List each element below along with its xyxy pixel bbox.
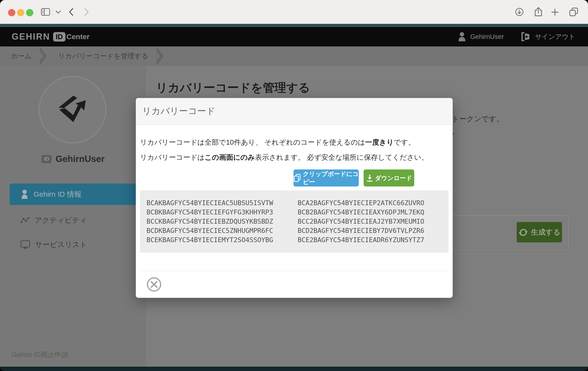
breadcrumb-home[interactable]: ホーム xyxy=(0,46,40,66)
gehirn-id-decommission-link[interactable]: Gehirn ID廃止申請 xyxy=(12,350,68,359)
modal-title: リカバリーコード xyxy=(142,105,215,117)
recovery-code: BCDKBAGFYC54BYIECIEC5ZNHUGMPR6FC xyxy=(140,226,294,235)
breadcrumb-arrow-icon xyxy=(40,46,47,66)
new-tab-icon[interactable] xyxy=(551,8,559,16)
logo-id-badge: ID xyxy=(53,32,65,41)
recovery-code: BCA2BAGFYC54BYIECIEP2ATKC66ZUVRO xyxy=(294,198,449,208)
sidebar-toggle-icon[interactable] xyxy=(41,8,50,16)
modal-paragraph-2: リカバリーコードはこの画面にのみ表示されます。 必ず安全な場所に保存してください… xyxy=(140,152,449,162)
modal-button-row: クリップボードにコピー ダウンロード xyxy=(140,170,449,186)
page-title: リカバリーコードを管理する xyxy=(156,80,310,96)
sidebar-user-row: ID GehirnUser xyxy=(0,154,146,164)
signout-icon xyxy=(521,32,531,41)
chevron-down-icon[interactable] xyxy=(55,10,61,14)
breadcrumb-arrow-icon xyxy=(157,46,164,66)
signout-label[interactable]: サインアウト xyxy=(535,32,575,41)
recovery-code: BCCKBAGFYC54BYIECIEBZDQUSYKBSBDZ xyxy=(140,217,294,226)
downloads-icon[interactable] xyxy=(515,8,524,16)
generate-button[interactable]: 生成する xyxy=(517,222,562,242)
recovery-code: BCB2BAGFYC54BYIECIEAXY6DPJML7EKQ xyxy=(294,208,449,217)
breadcrumb-current-page[interactable]: リカバリーコードを管理する xyxy=(47,46,157,66)
sidebar-menu: Gehirn ID 情報 アクティビティ サービスリスト xyxy=(10,184,136,254)
user-icon xyxy=(21,190,29,199)
browser-window: GEHIRN ID Center GehirnUser サインアウト ホーム リ… xyxy=(0,0,588,371)
obscured-paragraph-fragment: トークンです。 xyxy=(452,114,504,124)
obscured-paragraph-fragment: 。 xyxy=(452,127,459,137)
generate-button-label: 生成する xyxy=(531,227,560,237)
copy-button-label: クリップボードにコピー xyxy=(303,170,359,186)
close-window-button[interactable] xyxy=(8,9,15,16)
modal-footer xyxy=(140,271,449,293)
modal-body: リカバリーコードは全部で10件あり、 それぞれのコードを使えるのは一度きりです。… xyxy=(136,125,453,293)
id-badge: ID xyxy=(41,155,52,163)
recovery-code: BCEKBAGFYC54BYIECIEMYT2SO4SSOYBG xyxy=(140,235,294,245)
sidebar-username: GehirnUser xyxy=(55,154,105,164)
close-modal-button[interactable] xyxy=(147,277,162,292)
sidebar-item-activity[interactable]: アクティビティ xyxy=(10,211,136,229)
recovery-code: BCBKBAGFYC54BYIECIEFGYFG3KHHYRP3 xyxy=(140,208,294,217)
logo-text: GEHIRN xyxy=(12,32,50,42)
app-header: GEHIRN ID Center GehirnUser サインアウト xyxy=(0,27,588,46)
breadcrumb: ホーム リカバリーコードを管理する xyxy=(0,46,588,66)
recovery-code-list: BCAKBAGFYC54BYIECIEAC5UBSU5ISVTW BCA2BAG… xyxy=(140,190,449,253)
sidebar-item-label: Gehirn ID 情報 xyxy=(34,189,82,199)
modal-paragraph-1: リカバリーコードは全部で10件あり、 それぞれのコードを使えるのは一度きりです。 xyxy=(140,137,449,147)
recovery-code: BCE2BAGFYC54BYIECIEADR6YZUNSYTZ7 xyxy=(294,235,449,245)
toolbar-divider xyxy=(52,6,53,18)
download-icon xyxy=(366,174,374,182)
sidebar-item-label: サービスリスト xyxy=(35,240,87,250)
monitor-icon xyxy=(21,240,30,249)
recovery-code: BCAKBAGFYC54BYIECIEAC5UBSU5ISVTW xyxy=(140,198,294,208)
recovery-code: BCC2BAGFYC54BYIECIEAJ2YB7XMEUMIO xyxy=(294,217,449,226)
minimize-window-button[interactable] xyxy=(17,9,24,16)
logo-suffix: Center xyxy=(66,33,90,41)
traffic-lights xyxy=(8,9,33,16)
avatar xyxy=(38,76,107,144)
zoom-window-button[interactable] xyxy=(26,9,33,16)
user-icon xyxy=(458,32,466,41)
forward-icon[interactable] xyxy=(84,8,89,16)
sidebar-item-service-list[interactable]: サービスリスト xyxy=(10,236,136,254)
close-icon xyxy=(147,277,162,292)
recovery-code-modal: リカバリーコード リカバリーコードは全部で10件あり、 それぞれのコードを使える… xyxy=(136,98,453,298)
share-icon[interactable] xyxy=(534,7,543,17)
back-icon[interactable] xyxy=(69,8,74,16)
copy-icon xyxy=(294,174,301,182)
tab-overview-icon[interactable] xyxy=(569,7,578,17)
activity-icon xyxy=(21,217,30,224)
recovery-code: BCD2BAGFYC54BYIECIEBY7DV6TVLPZR6 xyxy=(294,226,449,235)
refresh-icon xyxy=(518,227,528,237)
gehirn-logo-icon xyxy=(53,90,92,129)
sidebar: ID GehirnUser Gehirn ID 情報 アクティビティ サービ xyxy=(0,66,146,367)
browser-toolbar xyxy=(0,0,588,24)
download-button[interactable]: ダウンロード xyxy=(364,170,414,186)
sidebar-item-label: アクティビティ xyxy=(35,215,87,225)
gehirn-id-center-logo[interactable]: GEHIRN ID Center xyxy=(12,32,90,42)
theme-strip-bottom xyxy=(0,367,588,371)
download-button-label: ダウンロード xyxy=(375,174,412,182)
modal-header: リカバリーコード xyxy=(136,98,453,125)
sidebar-item-gehirn-id-info[interactable]: Gehirn ID 情報 xyxy=(10,184,136,205)
header-username[interactable]: GehirnUser xyxy=(470,33,504,40)
copy-to-clipboard-button[interactable]: クリップボードにコピー xyxy=(294,170,359,186)
theme-strip-top xyxy=(0,24,588,27)
